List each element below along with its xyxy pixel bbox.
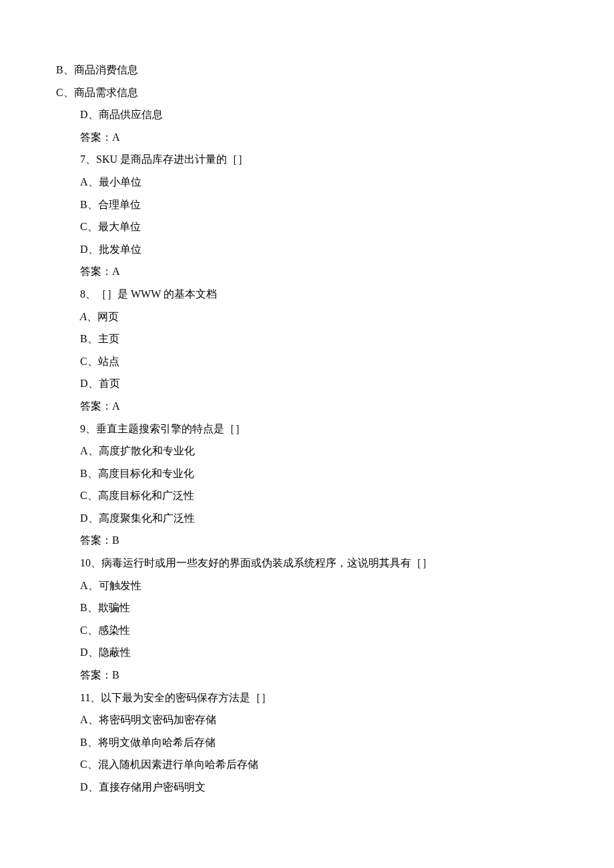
text-line: D、高度聚集化和广泛性 xyxy=(80,507,534,530)
text-line: A、最小单位 xyxy=(80,171,534,193)
text-line: D、直接存储用户密码明文 xyxy=(80,776,534,799)
text-line: B、高度目标化和专业化 xyxy=(80,462,534,485)
text-line: A、网页 xyxy=(80,306,534,328)
text-line: C、混入随机因素进行单向哈希后存储 xyxy=(80,753,534,776)
text-line: 10、病毒运行时或用一些友好的界面或伪装成系统程序，这说明其具有［］ xyxy=(80,552,534,574)
text-line: D、批发单位 xyxy=(80,238,534,261)
text-line: D、首页 xyxy=(80,372,534,395)
text-line: 答案：B xyxy=(80,664,534,687)
text-line: 答案：A xyxy=(80,260,534,283)
text-line: D、隐蔽性 xyxy=(80,641,534,664)
text-line: C、最大单位 xyxy=(80,215,534,238)
text-line: 7、SKU 是商品库存进出计量的［］ xyxy=(80,148,534,171)
text-line: A、高度扩散化和专业化 xyxy=(80,440,534,462)
text-line: 11、以下最为安全的密码保存方法是［］ xyxy=(80,687,534,709)
text-line: B、主页 xyxy=(80,328,534,350)
text-line: C、站点 xyxy=(80,350,534,373)
text-line: 答案：B xyxy=(80,529,534,552)
document-body: B、商品消费信息C、商品需求信息D、商品供应信息答案：A7、SKU 是商品库存进… xyxy=(80,59,534,799)
text-line: B、将明文做单向哈希后存储 xyxy=(80,731,534,754)
text-line: D、商品供应信息 xyxy=(80,103,534,126)
text-line: B、欺骗性 xyxy=(80,596,534,619)
option-letter-a: A xyxy=(80,311,87,322)
text-line: 答案：A xyxy=(80,126,534,149)
text-line: B、商品消费信息 xyxy=(56,59,534,81)
text-line: C、感染性 xyxy=(80,619,534,642)
text-line: B、合理单位 xyxy=(80,193,534,216)
text-line: A、将密码明文密码加密存储 xyxy=(80,709,534,731)
text-line: C、高度目标化和广泛性 xyxy=(80,484,534,507)
text-line: A、可触发性 xyxy=(80,574,534,597)
text-line: 9、垂直主题搜索引擎的特点是［］ xyxy=(80,418,534,440)
text-line: 8、［］是 WWW 的基本文档 xyxy=(80,283,534,306)
text-line: 答案：A xyxy=(80,395,534,418)
text-line: C、商品需求信息 xyxy=(56,81,534,104)
